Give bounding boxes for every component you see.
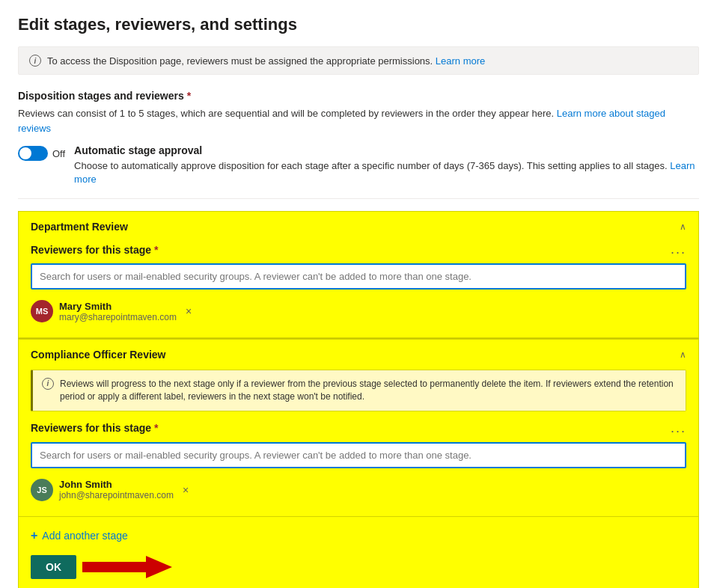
svg-marker-0 <box>82 556 172 578</box>
page-title: Edit stages, reviewers, and settings <box>18 15 699 34</box>
stage1-chevron-icon: ∧ <box>680 221 686 232</box>
learn-more-link-banner[interactable]: Learn more <box>436 55 485 67</box>
stage1-section: Department Review ∧ Reviewers for this s… <box>18 211 699 338</box>
disposition-label: Disposition stages and reviewers <box>18 90 699 102</box>
stage2-more-options[interactable]: ... <box>671 420 686 436</box>
stage2-warning-text: Reviews will progress to the next stage … <box>60 378 677 403</box>
info-banner-text: To access the Disposition page, reviewer… <box>47 55 485 67</box>
disposition-description: Reviews can consist of 1 to 5 stages, wh… <box>18 106 699 135</box>
add-stage-row[interactable]: + Add another stage <box>31 526 686 545</box>
stage2-warning-banner: i Reviews will progress to the next stag… <box>31 370 686 411</box>
stage2-reviewers-label: Reviewers for this stage <box>31 422 158 434</box>
stage2-avatar: JS <box>31 479 53 501</box>
toggle-content: Automatic stage approval Choose to autom… <box>74 144 699 186</box>
stage1-title: Department Review <box>31 221 128 233</box>
automatic-approval-row: Off Automatic stage approval Choose to a… <box>18 144 699 186</box>
stage2-section: Compliance Officer Review ∧ i Reviews wi… <box>18 339 699 517</box>
stage1-reviewer-chip: MS Mary Smith mary@sharepointmaven.com × <box>31 297 192 325</box>
stage1-reviewer-name: Mary Smith <box>59 301 177 312</box>
info-banner: i To access the Disposition page, review… <box>18 46 699 75</box>
stage1-search-input[interactable] <box>31 263 686 290</box>
ok-button[interactable]: OK <box>31 555 76 579</box>
plus-icon: + <box>31 529 37 542</box>
stage1-remove-reviewer-button[interactable]: × <box>186 305 192 317</box>
ok-row: OK <box>31 554 686 580</box>
toggle-container: Off <box>18 146 65 161</box>
stage2-reviewer-info: John Smith john@sharepointmaven.com <box>59 479 174 500</box>
stage2-reviewer-name: John Smith <box>59 479 174 490</box>
add-stage-label: Add another stage <box>42 530 127 542</box>
toggle-off-label: Off <box>52 148 65 159</box>
main-divider <box>18 198 699 199</box>
stage2-search-input[interactable] <box>31 442 686 468</box>
info-icon: i <box>29 55 41 67</box>
stage2-header[interactable]: Compliance Officer Review ∧ <box>19 340 698 370</box>
stage1-more-options[interactable]: ... <box>671 242 686 257</box>
automatic-approval-title: Automatic stage approval <box>74 144 699 156</box>
stage1-reviewer-info: Mary Smith mary@sharepointmaven.com <box>59 301 177 322</box>
automatic-approval-toggle[interactable] <box>18 146 48 161</box>
stage1-reviewer-email: mary@sharepointmaven.com <box>59 312 177 322</box>
toggle-knob <box>19 147 31 159</box>
stage2-remove-reviewer-button[interactable]: × <box>183 484 189 496</box>
stage1-body: Reviewers for this stage ... MS Mary Smi… <box>19 242 698 337</box>
stage1-reviewers-label-row: Reviewers for this stage ... <box>31 242 686 257</box>
warning-info-icon: i <box>42 378 54 390</box>
stage2-body: i Reviews will progress to the next stag… <box>19 370 698 516</box>
red-arrow-indicator <box>82 554 172 580</box>
automatic-approval-desc: Choose to automatically approve disposit… <box>74 159 699 186</box>
stage2-reviewer-email: john@sharepointmaven.com <box>59 490 174 500</box>
stage2-reviewer-chip: JS John Smith john@sharepointmaven.com × <box>31 476 189 504</box>
stage1-reviewers-label: Reviewers for this stage <box>31 244 158 256</box>
bottom-section: + Add another stage OK <box>18 517 699 588</box>
stage1-header[interactable]: Department Review ∧ <box>19 212 698 242</box>
stage2-reviewers-label-row: Reviewers for this stage ... <box>31 420 686 436</box>
page-container: Edit stages, reviewers, and settings i T… <box>0 0 717 588</box>
stage2-title: Compliance Officer Review <box>31 349 166 361</box>
stage2-chevron-icon: ∧ <box>680 349 686 360</box>
stage1-avatar: MS <box>31 300 53 322</box>
